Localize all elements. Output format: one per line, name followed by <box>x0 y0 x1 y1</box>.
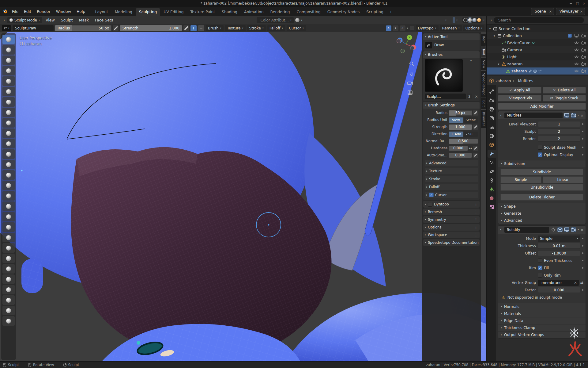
dyntopo-checkbox[interactable] <box>428 202 432 207</box>
outliner-row-light[interactable]: Light <box>487 53 588 60</box>
outliner-row-scene-collection[interactable]: ▾Scene Collection <box>487 25 588 32</box>
scene-selector[interactable]: Scene × <box>531 8 554 15</box>
apply-all-button[interactable]: ✓Apply All <box>498 87 541 94</box>
tool-clay[interactable] <box>2 56 15 65</box>
gizmo-dropdown[interactable]: ▾ <box>443 17 448 23</box>
delete-all-button[interactable]: ×Delete All <box>543 87 586 94</box>
outliner-row-b-ziercurve[interactable]: BézierCurve <box>487 39 588 46</box>
brush-gallery-toggle-icon[interactable]: ▾ <box>470 60 472 62</box>
navigation-gizmo[interactable]: X Y Z <box>397 35 416 53</box>
menu-sculpt[interactable]: Sculpt <box>58 17 75 23</box>
tool-nudge[interactable] <box>2 243 15 253</box>
sidebar-tab-view[interactable]: View <box>481 58 486 70</box>
brush-dropdown[interactable]: Brush▾ <box>206 25 224 31</box>
modifier-extras-icon[interactable]: ▾ <box>578 114 579 117</box>
sidebar-tab-speedretopo[interactable]: SpeedRetopo <box>481 71 486 98</box>
mirror-y-toggle[interactable]: Y <box>393 25 398 31</box>
tool-flatten[interactable] <box>2 139 15 148</box>
expand-caret-icon[interactable]: ▾ <box>492 34 496 37</box>
brush-auto_smooth-slider[interactable]: 0.000 <box>449 153 472 158</box>
brush-users-count[interactable]: 2 <box>467 94 472 99</box>
active-tool-panel-header[interactable]: ▾Active Tool <box>423 33 480 40</box>
shading-wireframe-button[interactable] <box>463 18 467 22</box>
tool-cloth[interactable] <box>2 285 15 294</box>
properties-tab-constraints[interactable] <box>488 177 496 184</box>
brush-strength-slider[interactable]: 1.000 <box>449 125 472 130</box>
brush-slot-name[interactable]: Sculpt... <box>425 94 466 99</box>
workspace-tab-sculpting[interactable]: Sculpting <box>136 8 160 16</box>
modifier-extras-icon[interactable]: ▾ <box>578 228 579 231</box>
properties-tab-render[interactable] <box>488 97 496 104</box>
add-modifier-button[interactable]: Add Modifier <box>498 103 586 110</box>
stroke-dropdown[interactable]: Stroke▾ <box>247 25 266 31</box>
workspace-tab-layout[interactable]: Layout <box>92 8 111 16</box>
tool-annotate[interactable] <box>2 316 15 326</box>
menu-mask[interactable]: Mask <box>77 17 91 23</box>
outliner-row-camera[interactable]: Camera <box>487 46 588 53</box>
brush-normal_radius-slider[interactable]: 0.500 <box>449 139 478 144</box>
strength-slider[interactable]: Strength1.000 <box>120 25 182 31</box>
color-swatch[interactable] <box>295 18 300 23</box>
edit-mode-toggle[interactable] <box>557 227 563 232</box>
brush-subsection-stroke[interactable]: ▸Stroke <box>425 176 478 182</box>
tool-clay-strips[interactable] <box>2 66 15 75</box>
menu-file[interactable]: File <box>9 8 21 15</box>
brush-subsection-falloff[interactable]: ▸Falloff <box>425 184 478 190</box>
properties-tab-scene[interactable] <box>488 123 496 131</box>
viewlayer-remove-icon[interactable]: × <box>580 10 583 13</box>
pressure-toggle[interactable] <box>473 110 478 116</box>
tool-pose[interactable] <box>2 233 15 242</box>
snap-toggle[interactable] <box>382 25 384 31</box>
workspace-tab-scripting[interactable]: Scripting <box>363 8 387 16</box>
color-attribute-selector[interactable]: Color Attribut...▾ <box>257 17 293 23</box>
workspace-tab-compositing[interactable]: Compositing <box>293 8 324 16</box>
tool-snake-hook[interactable] <box>2 212 15 221</box>
subdivide-button[interactable]: Subdivide <box>500 169 583 175</box>
outliner-row-zaharan[interactable]: zaharan <box>487 67 588 75</box>
breadcrumb-object[interactable]: zaharan <box>496 79 511 83</box>
menu-window[interactable]: Window <box>53 8 74 15</box>
tool-mask[interactable] <box>2 306 15 315</box>
gizmo-y-negative[interactable] <box>401 49 405 53</box>
blender-logo-icon[interactable] <box>2 8 9 15</box>
tool-smooth[interactable] <box>2 128 15 138</box>
dyntopo-checkbox[interactable] <box>410 26 414 30</box>
multires-sculpt-field[interactable]: 2 <box>538 128 580 134</box>
invert-vertex-group-icon[interactable]: ⇄ <box>580 281 583 285</box>
solidify-panel-header[interactable]: ▾ Solidify ▾ × <box>498 226 586 234</box>
strength-pressure-button[interactable] <box>183 25 189 31</box>
properties-tab-material[interactable] <box>488 194 496 202</box>
subdivide-simple-button[interactable]: Simple <box>500 176 541 183</box>
brush-direction-option-0[interactable]: + Add <box>449 132 463 137</box>
tool-simplify[interactable] <box>2 295 15 305</box>
multires-render-field[interactable]: 2 <box>538 136 580 142</box>
menu-render[interactable]: Render <box>34 8 53 15</box>
tool-thumb[interactable] <box>2 222 15 232</box>
tool-boundary[interactable] <box>2 274 15 284</box>
mode-selector[interactable]: Sculpt Mode▾ <box>7 17 42 23</box>
sidebar-tab-bpainter[interactable]: BPainter <box>481 110 486 128</box>
tool-fill[interactable] <box>2 149 15 159</box>
menu-view[interactable]: View <box>43 17 57 23</box>
brush-radius_unit-option-0[interactable]: View <box>449 117 463 123</box>
subdivision-section-header[interactable]: ▾Subdivision <box>498 160 586 167</box>
gizmo-z-negative[interactable] <box>410 46 414 50</box>
overlays-toggle[interactable] <box>453 17 455 23</box>
brush-hardness-slider[interactable]: 0.000 <box>449 146 468 151</box>
brush-subsection-texture[interactable]: ▸Texture <box>425 168 478 174</box>
only-rim-checkbox[interactable] <box>538 273 542 278</box>
properties-tab-physics[interactable] <box>488 168 496 175</box>
delete-higher-button[interactable]: Delete Higher <box>500 194 583 201</box>
remesh-dropdown[interactable]: Remesh▾ <box>440 25 462 31</box>
pressure-toggle[interactable] <box>473 153 478 158</box>
sidebar-section-remesh[interactable]: ▸Remesh⋮ <box>423 209 480 215</box>
solidify-section-edge-data[interactable]: ▸Edge Data <box>498 317 586 324</box>
subdivide-linear-button[interactable]: Linear <box>543 176 584 183</box>
breadcrumb-modifier[interactable]: Multires <box>518 79 533 83</box>
properties-tab-object-data[interactable] <box>488 186 496 193</box>
render-toggle[interactable] <box>571 227 576 232</box>
menu-edit[interactable]: Edit <box>21 8 34 15</box>
realtime-toggle[interactable] <box>564 113 569 118</box>
sidebar-tab-item[interactable]: Item <box>481 34 486 46</box>
maximize-button[interactable]: □ <box>576 2 579 6</box>
